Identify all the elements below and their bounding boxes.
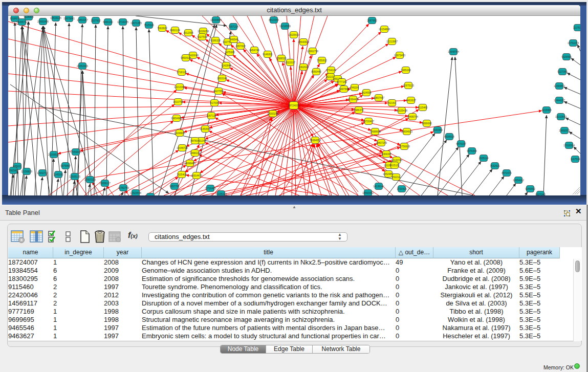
svg-text:3215955: 3215955	[541, 108, 552, 112]
svg-text:15716485: 15716485	[205, 187, 216, 190]
svg-text:9128804: 9128804	[24, 16, 34, 18]
svg-text:12923448: 12923448	[130, 191, 141, 194]
svg-text:7955812: 7955812	[317, 59, 327, 62]
svg-text:1610755: 1610755	[173, 100, 183, 103]
svg-text:8427552: 8427552	[213, 90, 224, 93]
svg-text:20691406: 20691406	[37, 20, 49, 23]
svg-text:20364436: 20364436	[347, 98, 359, 101]
svg-text:9777169: 9777169	[337, 80, 347, 83]
svg-text:17359924: 17359924	[70, 150, 81, 154]
svg-text:13226058: 13226058	[198, 30, 209, 33]
svg-text:11035324: 11035324	[215, 192, 227, 195]
svg-text:19875841: 19875841	[63, 17, 75, 20]
svg-text:10853257: 10853257	[77, 18, 88, 21]
svg-text:14136141: 14136141	[373, 185, 384, 188]
svg-text:16210643: 16210643	[555, 115, 567, 118]
svg-text:18593462: 18593462	[362, 191, 374, 194]
svg-text:1362615: 1362615	[298, 65, 309, 69]
svg-text:12213967: 12213967	[386, 40, 398, 43]
svg-text:16648784: 16648784	[448, 50, 459, 53]
svg-text:9031685: 9031685	[145, 195, 156, 195]
svg-text:18640910: 18640910	[298, 40, 309, 43]
svg-text:9146821: 9146821	[263, 53, 273, 56]
svg-text:12505135: 12505135	[69, 175, 80, 178]
svg-text:8454749: 8454749	[249, 49, 259, 52]
svg-text:9327503: 9327503	[197, 35, 207, 38]
svg-text:18300295: 18300295	[267, 112, 278, 115]
svg-text:8322037: 8322037	[285, 61, 295, 64]
svg-text:2803144: 2803144	[217, 77, 227, 80]
svg-text:3912954: 3912954	[183, 31, 193, 34]
svg-text:10025438: 10025438	[396, 109, 407, 112]
svg-text:16519126: 16519126	[50, 16, 61, 19]
svg-text:8186328: 8186328	[210, 39, 221, 42]
svg-text:7986372: 7986372	[354, 108, 364, 112]
svg-text:10654112: 10654112	[513, 179, 524, 182]
svg-text:391541: 391541	[9, 169, 18, 172]
svg-text:6466160: 6466160	[103, 20, 113, 24]
svg-text:9115460: 9115460	[418, 106, 427, 109]
svg-text:10688609: 10688609	[369, 130, 381, 133]
svg-text:9329996: 9329996	[561, 55, 572, 58]
svg-text:9975867: 9975867	[60, 164, 71, 167]
svg-text:16154808: 16154808	[379, 28, 390, 31]
svg-text:10120746: 10120746	[391, 159, 402, 162]
svg-text:14055712: 14055712	[16, 20, 28, 24]
svg-text:6899695: 6899695	[422, 122, 432, 125]
svg-text:8813054: 8813054	[269, 18, 279, 21]
svg-text:14495794: 14495794	[407, 115, 418, 118]
svg-text:18724007: 18724007	[288, 104, 299, 107]
svg-text:10756928: 10756928	[399, 145, 410, 148]
svg-text:9857791: 9857791	[169, 185, 180, 188]
svg-text:1733426: 1733426	[397, 187, 407, 190]
svg-text:17957223: 17957223	[84, 178, 96, 181]
svg-text:417006: 417006	[210, 101, 219, 104]
svg-text:9084067: 9084067	[381, 152, 391, 156]
svg-text:12942737: 12942737	[37, 171, 48, 174]
svg-text:12444157: 12444157	[554, 99, 565, 102]
svg-text:16033809: 16033809	[210, 18, 222, 21]
svg-text:252214: 252214	[392, 176, 401, 179]
svg-text:12093872: 12093872	[554, 84, 565, 87]
svg-text:1145195: 1145195	[53, 173, 63, 176]
svg-text:19654923: 19654923	[401, 130, 412, 133]
svg-text:3267130: 3267130	[206, 114, 216, 117]
svg-text:19166825: 19166825	[174, 132, 185, 135]
svg-text:13325419: 13325419	[288, 33, 299, 36]
svg-text:10807487: 10807487	[373, 96, 384, 99]
svg-text:1498222: 1498222	[190, 151, 200, 155]
svg-text:16914479: 16914479	[191, 174, 202, 177]
svg-text:10046726: 10046726	[177, 146, 188, 149]
svg-text:6497568: 6497568	[339, 87, 349, 91]
svg-text:2935114: 2935114	[478, 157, 488, 160]
svg-text:7357214: 7357214	[228, 25, 238, 28]
svg-text:1117534: 1117534	[573, 26, 580, 29]
svg-text:12975115: 12975115	[403, 84, 414, 87]
svg-text:19671355: 19671355	[130, 21, 142, 25]
svg-text:1527602: 1527602	[91, 19, 101, 22]
svg-text:2957608: 2957608	[235, 45, 246, 48]
svg-text:19654985: 19654985	[171, 117, 182, 120]
svg-text:1640954: 1640954	[432, 128, 443, 132]
svg-text:7515526: 7515526	[144, 24, 154, 27]
svg-text:8660124: 8660124	[170, 29, 180, 32]
svg-text:10973493: 10973493	[394, 54, 405, 57]
svg-text:2087682: 2087682	[367, 19, 377, 22]
svg-text:1615132: 1615132	[389, 164, 400, 167]
svg-text:19218586: 19218586	[279, 25, 291, 28]
svg-text:3624554: 3624554	[361, 91, 372, 94]
svg-text:8990443: 8990443	[311, 70, 321, 73]
svg-text:887834: 887834	[191, 139, 200, 142]
svg-text:2718126: 2718126	[177, 71, 187, 74]
svg-text:8938918: 8938918	[444, 135, 454, 138]
svg-text:9474444: 9474444	[467, 149, 477, 152]
svg-text:12213363: 12213363	[174, 85, 185, 89]
svg-text:12156829: 12156829	[21, 170, 32, 173]
svg-text:9245652: 9245652	[525, 187, 535, 190]
svg-text:7663822: 7663822	[157, 27, 167, 30]
svg-text:19384554: 19384554	[310, 139, 321, 142]
svg-text:14099489: 14099489	[184, 162, 195, 165]
svg-text:20206526: 20206526	[48, 153, 59, 156]
svg-text:8471676: 8471676	[502, 171, 512, 174]
svg-text:546546: 546546	[230, 38, 238, 41]
